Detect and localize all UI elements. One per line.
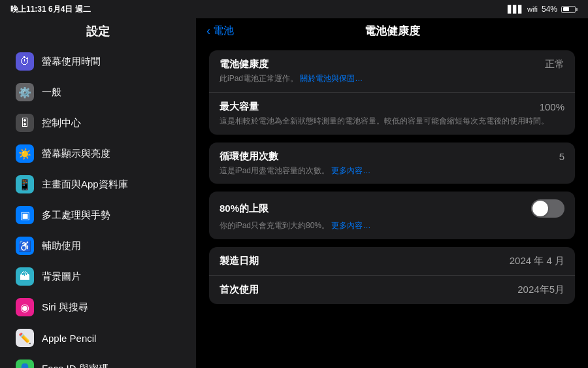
toggle-knob-limit-80	[532, 201, 548, 216]
siri-icon: ◉	[16, 298, 34, 316]
sidebar: 設定 ⏱ 螢幕使用時間 ⚙️ 一般 🎛 控制中心 ☀️ 螢幕顯示與亮度 📱 主畫…	[0, 18, 196, 368]
sidebar-label-screen-time: 螢幕使用時間	[42, 56, 101, 68]
row-value-first-use: 2024年5月	[517, 284, 564, 296]
sidebar-item-face-id[interactable]: 👤 Face ID 與密碼	[5, 354, 191, 368]
row-title-max-capacity: 最大容量	[220, 101, 259, 113]
wifi-icon: wifi	[527, 5, 538, 13]
wallpaper-icon: 🏔	[16, 267, 34, 286]
sidebar-item-display[interactable]: ☀️ 螢幕顯示與亮度	[5, 139, 191, 169]
row-main-manufacture-date: 製造日期 2024 年 4 月	[220, 255, 564, 267]
row-desc-battery-health: 此iPad電池正常運作。 關於電池與保固…	[220, 73, 564, 84]
row-desc-cycle-count: 這是iPad用盡電池容量的次數。 更多內容…	[220, 165, 564, 176]
row-desc-max-capacity: 這是相較於電池為全新狀態時測量的電池容量。較低的容量可能會縮短每次充電後的使用時…	[220, 116, 564, 127]
row-first-use: 首次使用 2024年5月	[209, 276, 575, 304]
row-title-cycle-count: 循環使用次數	[220, 150, 278, 163]
sidebar-item-wallpaper[interactable]: 🏔 背景圖片	[5, 261, 191, 292]
nav-back-button[interactable]: ‹ 電池	[206, 24, 234, 38]
row-title-battery-health: 電池健康度	[220, 58, 269, 71]
home-screen-icon: 📱	[16, 175, 34, 193]
multitask-icon: ▣	[16, 206, 34, 224]
accessibility-icon: ♿	[16, 237, 34, 255]
row-value-manufacture-date: 2024 年 4 月	[510, 255, 564, 267]
sidebar-list: ⏱ 螢幕使用時間 ⚙️ 一般 🎛 控制中心 ☀️ 螢幕顯示與亮度 📱 主畫面與A…	[0, 46, 196, 368]
sidebar-item-screen-time[interactable]: ⏱ 螢幕使用時間	[5, 46, 191, 76]
general-icon: ⚙️	[16, 83, 34, 101]
row-manufacture-date: 製造日期 2024 年 4 月	[209, 247, 575, 276]
row-battery-health: 電池健康度 正常 此iPad電池正常運作。 關於電池與保固…	[209, 50, 575, 93]
row-title-first-use: 首次使用	[220, 284, 259, 296]
sidebar-title: 設定	[0, 18, 196, 46]
row-value-cycle-count: 5	[559, 151, 564, 162]
status-bar: 晚上11:31 6月4日 週二 ▋▋▋ wifi 54%	[0, 0, 588, 18]
sidebar-label-control-center: 控制中心	[42, 117, 81, 129]
row-main-limit-80: 80%的上限	[220, 199, 564, 218]
sidebar-label-multitask: 多工處理與手勢	[42, 209, 110, 222]
sidebar-label-siri: Siri 與搜尋	[42, 301, 88, 314]
sidebar-item-home-screen[interactable]: 📱 主畫面與App資料庫	[5, 169, 191, 199]
nav-back-label: 電池	[213, 24, 234, 38]
sidebar-label-display: 螢幕顯示與亮度	[42, 148, 110, 160]
sidebar-item-siri[interactable]: ◉ Siri 與搜尋	[5, 292, 191, 322]
section-health-section: 電池健康度 正常 此iPad電池正常運作。 關於電池與保固… 最大容量 100%…	[209, 50, 575, 135]
control-center-icon: 🎛	[16, 114, 34, 132]
row-link-limit-80[interactable]: 更多內容…	[331, 221, 370, 230]
main-container: 設定 ⏱ 螢幕使用時間 ⚙️ 一般 🎛 控制中心 ☀️ 螢幕顯示與亮度 📱 主畫…	[0, 18, 588, 368]
apple-pencil-icon: ✏️	[16, 329, 34, 347]
status-time-date: 晚上11:31 6月4日 週二	[10, 4, 91, 15]
row-main-first-use: 首次使用 2024年5月	[220, 284, 564, 296]
row-cycle-count: 循環使用次數 5 這是iPad用盡電池容量的次數。 更多內容…	[209, 142, 575, 184]
sidebar-label-apple-pencil: Apple Pencil	[42, 333, 96, 344]
row-value-max-capacity: 100%	[540, 101, 564, 112]
screen-time-icon: ⏱	[16, 52, 34, 71]
sidebar-item-apple-pencil[interactable]: ✏️ Apple Pencil	[5, 323, 191, 353]
battery-icon	[561, 6, 578, 13]
right-panel: ‹ 電池 電池健康度 電池健康度 正常 此iPad電池正常運作。 關於電池與保固…	[196, 18, 588, 368]
sidebar-label-face-id: Face ID 與密碼	[42, 363, 108, 369]
row-main-cycle-count: 循環使用次數 5	[220, 150, 564, 163]
row-max-capacity: 最大容量 100% 這是相較於電池為全新狀態時測量的電池容量。較低的容量可能會縮…	[209, 93, 575, 135]
nav-title: 電池健康度	[365, 24, 420, 39]
display-icon: ☀️	[16, 144, 34, 163]
toggle-limit-80[interactable]	[531, 199, 564, 218]
section-cycle-section: 循環使用次數 5 這是iPad用盡電池容量的次數。 更多內容…	[209, 142, 575, 184]
face-id-icon: 👤	[16, 360, 34, 368]
sidebar-item-general[interactable]: ⚙️ 一般	[5, 77, 191, 107]
row-main-battery-health: 電池健康度 正常	[220, 58, 564, 71]
sidebar-label-accessibility: 輔助使用	[42, 240, 81, 252]
row-link-battery-health[interactable]: 關於電池與保固…	[300, 74, 363, 83]
back-chevron-icon: ‹	[206, 24, 210, 38]
row-desc-limit-80: 你的iPad只會充電到大約80%。 更多內容…	[220, 220, 564, 231]
signal-icon: ▋▋▋	[508, 5, 523, 14]
row-title-limit-80: 80%的上限	[220, 203, 269, 215]
nav-bar: ‹ 電池 電池健康度	[196, 18, 588, 44]
row-value-battery-health: 正常	[545, 58, 564, 71]
sidebar-item-control-center[interactable]: 🎛 控制中心	[5, 108, 191, 138]
sidebar-label-home-screen: 主畫面與App資料庫	[42, 178, 128, 191]
sidebar-label-wallpaper: 背景圖片	[42, 271, 81, 283]
row-limit-80[interactable]: 80%的上限 你的iPad只會充電到大約80%。 更多內容…	[209, 192, 575, 239]
section-limit-section: 80%的上限 你的iPad只會充電到大約80%。 更多內容…	[209, 192, 575, 239]
sidebar-item-multitask[interactable]: ▣ 多工處理與手勢	[5, 200, 191, 230]
status-indicators: ▋▋▋ wifi 54%	[508, 5, 578, 14]
content-area: 電池健康度 正常 此iPad電池正常運作。 關於電池與保固… 最大容量 100%…	[196, 44, 588, 368]
row-title-manufacture-date: 製造日期	[220, 255, 259, 267]
row-link-cycle-count[interactable]: 更多內容…	[331, 166, 370, 175]
sidebar-item-accessibility[interactable]: ♿ 輔助使用	[5, 231, 191, 261]
battery-percent: 54%	[542, 5, 557, 14]
section-dates-section: 製造日期 2024 年 4 月 首次使用 2024年5月	[209, 247, 575, 304]
sidebar-label-general: 一般	[42, 86, 61, 99]
row-main-max-capacity: 最大容量 100%	[220, 101, 564, 113]
